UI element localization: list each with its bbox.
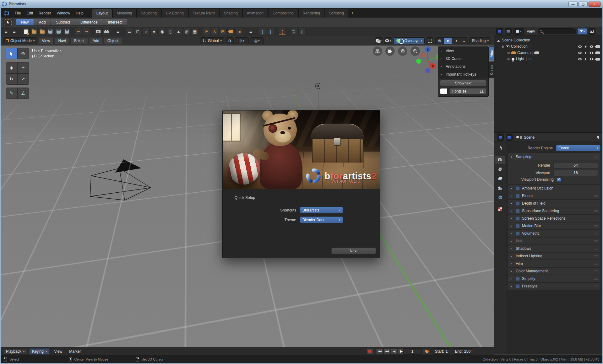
npanel-section-view[interactable]: ▸View∷∷ bbox=[438, 47, 488, 55]
material-shading-button[interactable]: ◑ bbox=[452, 37, 460, 44]
viewport-menu-add[interactable]: Add bbox=[89, 37, 103, 44]
hide-eye-icon[interactable] bbox=[578, 58, 582, 61]
viewport-samples-field[interactable]: 16 bbox=[553, 170, 598, 176]
section-shadows[interactable]: ▸Shadows∷∷ bbox=[508, 245, 600, 252]
toolbar-menu2-icon[interactable]: ≡ bbox=[11, 28, 18, 35]
toolbar-menu4-icon[interactable]: ≡ bbox=[247, 28, 254, 35]
selectable-cursor-icon[interactable] bbox=[584, 45, 587, 48]
section-color-management[interactable]: ▸Color Management∷∷ bbox=[508, 268, 600, 275]
open-file-icon[interactable] bbox=[30, 28, 38, 35]
maximize-button[interactable]: ▢ bbox=[579, 2, 588, 7]
mode-dropdown[interactable]: Object Mode ▾ bbox=[3, 37, 37, 44]
rotate-tool[interactable]: ↻ bbox=[6, 73, 17, 85]
viewport-visibility-icon[interactable] bbox=[589, 51, 594, 54]
subsurface-scattering-checkbox[interactable] bbox=[516, 209, 520, 213]
drag-handle-icon[interactable]: ∷∷ bbox=[482, 65, 486, 68]
section-ambient-occlusion[interactable]: ▸Ambient Occlusion∷∷ bbox=[508, 185, 600, 192]
add-cylinder-icon[interactable]: ▯ bbox=[167, 28, 174, 35]
screen-space-reflections-checkbox[interactable] bbox=[516, 217, 520, 221]
gizmos-button[interactable] bbox=[426, 37, 434, 44]
intersect-button[interactable]: Intersect bbox=[103, 19, 128, 26]
tab-texture[interactable] bbox=[495, 205, 505, 213]
add-torus-icon[interactable]: ◎ bbox=[183, 28, 190, 35]
tab-view[interactable]: View bbox=[489, 46, 494, 60]
save-icon[interactable] bbox=[47, 28, 54, 35]
measure-tool[interactable]: ∠ bbox=[17, 88, 29, 99]
drag-handle-icon[interactable]: ∷∷ bbox=[482, 49, 486, 52]
tab-world[interactable] bbox=[495, 193, 505, 201]
add-grid-icon[interactable]: ▦ bbox=[191, 28, 198, 35]
menu-file[interactable]: File bbox=[12, 9, 24, 17]
annotate-tool[interactable]: ✎ bbox=[6, 88, 17, 99]
new-collection-button[interactable] bbox=[589, 28, 595, 35]
display-mode-dropdown[interactable]: ▾ bbox=[513, 28, 524, 35]
frame-end-field[interactable]: End: 250 bbox=[452, 348, 473, 355]
toolbar-menu-icon[interactable]: ≡ bbox=[3, 28, 10, 35]
adjust-last-operation-icon[interactable] bbox=[290, 28, 297, 35]
editor-type2-button[interactable] bbox=[505, 28, 512, 35]
expand-icon[interactable]: ⊕ bbox=[507, 51, 510, 55]
add-armature-icon[interactable]: Y bbox=[211, 28, 218, 35]
depth-of-field-checkbox[interactable] bbox=[516, 201, 520, 206]
text-color-swatch[interactable] bbox=[440, 88, 448, 94]
tab-create[interactable]: Create bbox=[489, 62, 494, 78]
shading-dropdown[interactable]: Shading ▾ bbox=[469, 37, 491, 44]
render-engine-dropdown[interactable]: Eevee ▾ bbox=[556, 145, 600, 151]
open-recent-icon[interactable] bbox=[39, 28, 46, 35]
tab-render[interactable] bbox=[495, 156, 505, 164]
drag-handle-icon[interactable]: ∷∷ bbox=[482, 73, 486, 76]
next-button[interactable]: Next bbox=[331, 248, 376, 254]
outliner-view-menu[interactable]: View bbox=[525, 29, 536, 34]
cursor-tool[interactable]: ⊕ bbox=[17, 48, 29, 59]
import-icon[interactable]: ↩ bbox=[75, 28, 82, 35]
playback-dropdown[interactable]: Playback▾ bbox=[3, 348, 27, 355]
shortcuts-dropdown[interactable]: Bforartists ▾ bbox=[300, 207, 343, 213]
frame-start-field[interactable]: Start: 1 bbox=[432, 348, 450, 355]
section-freestyle[interactable]: ▸Freestyle∷∷ bbox=[508, 283, 600, 290]
tab-view-layer[interactable] bbox=[495, 174, 505, 183]
sampling-panel-header[interactable]: ▾ Sampling ∷∷ bbox=[508, 153, 600, 160]
section-simplify[interactable]: ▸Simplify∷∷ bbox=[508, 275, 600, 282]
tab-compositing[interactable]: Compositing bbox=[268, 9, 298, 18]
camera-object[interactable] bbox=[90, 156, 155, 206]
section-depth-of-field[interactable]: ▸Depth of Field∷∷ bbox=[508, 200, 600, 207]
add-workspace-button[interactable]: + bbox=[349, 9, 356, 18]
snap-target-dropdown[interactable]: ▾ bbox=[235, 37, 249, 44]
add-plane-icon[interactable]: ▭ bbox=[126, 28, 133, 35]
overlays-toggle[interactable]: Overlays ▾ bbox=[394, 37, 425, 44]
proportional-editing-dropdown[interactable]: ◎ ▾ bbox=[250, 37, 264, 44]
menu-help[interactable]: Help bbox=[73, 9, 86, 17]
tab-layout[interactable]: Layout bbox=[92, 9, 112, 18]
solid-shading-button[interactable]: ● bbox=[443, 37, 452, 44]
current-frame-field[interactable]: 1 bbox=[403, 348, 421, 355]
hide-eye-icon[interactable] bbox=[578, 51, 582, 54]
difference-button[interactable]: Difference bbox=[75, 19, 102, 26]
render-visibility-icon[interactable] bbox=[596, 58, 600, 61]
add-cone-icon[interactable]: ▲ bbox=[175, 28, 182, 35]
tab-output[interactable] bbox=[495, 165, 505, 173]
tab-scene[interactable] bbox=[495, 184, 505, 192]
drag-handle-icon[interactable]: ∷∷ bbox=[594, 155, 598, 158]
repeat-history-icon[interactable]: ( bbox=[298, 28, 306, 35]
outliner-row-camera[interactable]: ⊕ Camera | bbox=[494, 50, 602, 56]
expand-icon[interactable]: ⊕ bbox=[507, 57, 510, 61]
outliner-row-scene-collection[interactable]: Scene Collection bbox=[494, 37, 602, 43]
npanel-section-annotations[interactable]: ▸Annotations∷∷ bbox=[438, 62, 488, 70]
section-indirect-lighting[interactable]: ▸Indirect Lighting∷∷ bbox=[508, 253, 600, 260]
tab-texture-paint[interactable]: Texture Paint bbox=[188, 9, 219, 18]
transform-tool[interactable]: ◈ bbox=[6, 62, 17, 73]
volumetric-checkbox[interactable] bbox=[516, 232, 520, 236]
fontsize-field[interactable]: Fontsize: 11 bbox=[449, 88, 486, 94]
viewport-menu-navi[interactable]: Navi bbox=[55, 37, 69, 44]
simplify-checkbox[interactable] bbox=[516, 277, 520, 281]
save-as-icon[interactable] bbox=[55, 28, 62, 35]
tab-rendering[interactable]: Rendering bbox=[298, 9, 324, 18]
export-icon[interactable]: ↪ bbox=[83, 28, 90, 35]
tab-modeling[interactable]: Modeling bbox=[112, 9, 137, 18]
snap-toggle-button[interactable]: U bbox=[225, 37, 234, 44]
camera-view-button[interactable] bbox=[385, 46, 395, 56]
viewport-visibility-icon[interactable] bbox=[589, 45, 594, 48]
render-visibility-icon[interactable] bbox=[596, 45, 600, 48]
rendered-shading-button[interactable]: ◒ bbox=[460, 37, 468, 44]
new-button[interactable]: New bbox=[16, 19, 34, 26]
